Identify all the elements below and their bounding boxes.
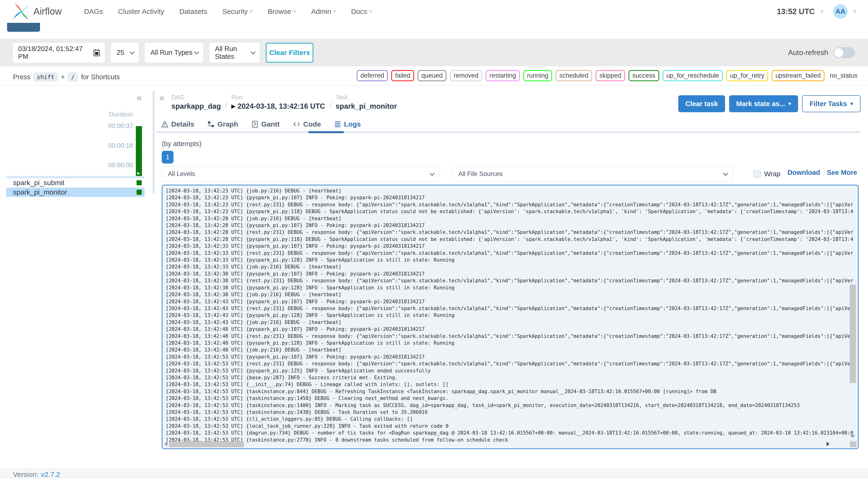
vertical-scrollbar-thumb[interactable]	[850, 285, 856, 383]
log-line: [2024-03-18, 13:42:53 UTC] {__init__.py:…	[166, 381, 858, 388]
tab-code[interactable]: Code	[293, 120, 321, 128]
avatar[interactable]: AA	[833, 4, 848, 19]
state-legend: deferred failed queued removed restartin…	[356, 70, 858, 81]
top-navbar: Airflow DAGs ▾ Cluster Activity ▾ Datase…	[0, 0, 868, 23]
page-size-value: 25	[117, 49, 124, 57]
expand-panel-button[interactable]: »	[159, 92, 164, 103]
task-success-square[interactable]	[136, 180, 142, 185]
see-more-link[interactable]: See More	[827, 169, 857, 177]
panel-resize-handle[interactable]	[153, 91, 155, 194]
state-badge[interactable]: running	[523, 70, 552, 81]
log-line: [2024-03-18, 13:42:23 UTC] {rest.py:231}…	[166, 201, 858, 208]
graph-icon	[208, 121, 214, 128]
chevron-down-icon	[251, 50, 256, 54]
state-badge[interactable]: removed	[450, 70, 482, 81]
nav-menu-item[interactable]: DAGs ▾	[84, 7, 103, 15]
page-size-select[interactable]: 25	[111, 43, 139, 63]
scroll-left-arrow-icon[interactable]	[164, 442, 167, 446]
footer: Version: v2.7.2	[0, 468, 868, 479]
state-badge[interactable]: up_for_retry	[726, 70, 768, 81]
nav-menu-item[interactable]: Browse ▾	[268, 7, 296, 15]
wrap-checkbox[interactable]	[753, 170, 761, 178]
run-types-select[interactable]: All Run Types	[145, 43, 203, 63]
state-badge[interactable]: skipped	[596, 70, 625, 81]
wrap-label: Wrap	[764, 170, 780, 178]
dag-label: DAG	[172, 94, 221, 102]
filter-tasks-button[interactable]: Filter Tasks ▾	[802, 95, 861, 112]
mark-state-button[interactable]: Mark state as... ▾	[729, 95, 798, 112]
tab-gantt-label: Gantt	[261, 120, 280, 128]
state-badge[interactable]: deferred	[356, 70, 388, 81]
brand-name: Airflow	[33, 6, 62, 17]
breadcrumb-task: Task spark_pi_monitor	[336, 94, 397, 110]
log-line: [2024-03-18, 13:42:38 UTC] {job.py:216} …	[166, 291, 858, 298]
tab-details[interactable]: Details	[161, 120, 194, 128]
log-line: [2024-03-18, 13:42:53 UTC] {cli_action_l…	[166, 416, 858, 422]
horizontal-scrollbar-thumb[interactable]	[169, 441, 244, 447]
run-states-select[interactable]: All Run States	[209, 43, 260, 63]
task-success-square[interactable]	[136, 190, 142, 195]
run-value-group[interactable]: ▶ 2024-03-18, 13:42:16 UTC	[231, 102, 325, 110]
by-attempts-label: (by attempts)	[162, 140, 202, 148]
log-line: [2024-03-18, 13:42:53 UTC] {taskinstance…	[166, 395, 858, 402]
state-badge[interactable]: scheduled	[556, 70, 592, 81]
state-badges: deferred failed queued removed restartin…	[356, 70, 825, 81]
chevron-down-icon	[130, 50, 135, 54]
log-line: [2024-03-18, 13:42:48 UTC] {rest.py:231}…	[166, 333, 858, 340]
state-badge[interactable]: upstream_failed	[772, 70, 825, 81]
log-levels-select[interactable]: All Levels	[162, 166, 440, 182]
task-action-buttons: Clear task Mark state as... ▾ Filter Tas…	[678, 95, 861, 112]
task-value[interactable]: spark_pi_monitor	[336, 102, 397, 110]
nav-menu-item[interactable]: Docs ▾	[351, 7, 372, 15]
task-row[interactable]: spark_pi_submit	[6, 178, 145, 188]
collapse-sidebar-button[interactable]: «	[136, 92, 142, 103]
chevron-down-icon: ▾	[369, 8, 372, 14]
state-badge[interactable]: success	[628, 70, 659, 81]
duration-axis-title: Duration	[86, 111, 133, 118]
tab-logs[interactable]: Logs	[334, 120, 361, 128]
task-row[interactable]: spark_pi_monitor	[6, 188, 145, 197]
date-value: 03/18/2024, 01:52:47 PM	[18, 45, 93, 60]
clear-task-button[interactable]: Clear task	[678, 95, 725, 112]
scroll-down-arrow-icon[interactable]	[850, 435, 855, 438]
log-line: [2024-03-18, 13:42:53 UTC] {rest.py:231}…	[166, 360, 858, 367]
download-link[interactable]: Download	[787, 169, 820, 177]
log-line: [2024-03-18, 13:42:53 UTC] {dagrun.py:73…	[166, 429, 858, 437]
log-line: [2024-03-18, 13:42:33 UTC] {pyspark_pi.p…	[166, 243, 858, 250]
clear-filters-button[interactable]: Clear Filters	[266, 43, 313, 63]
auto-refresh-toggle[interactable]	[833, 47, 855, 58]
warning-triangle-icon	[161, 121, 168, 128]
file-sources-select[interactable]: All File Sources	[452, 166, 733, 182]
scroll-right-arrow-icon[interactable]	[827, 442, 830, 446]
chevron-down-icon	[194, 50, 199, 54]
run-duration-bar[interactable]: ▶	[136, 126, 142, 176]
task-name: spark_pi_monitor	[13, 188, 67, 196]
toggle-knob	[834, 48, 843, 57]
airflow-brand[interactable]: Airflow	[12, 2, 62, 21]
state-badge[interactable]: queued	[417, 70, 446, 81]
detail-tabs: Details Graph Gantt Code	[161, 120, 361, 128]
state-badge[interactable]: up_for_reschedule	[663, 70, 723, 81]
shortcuts-suffix: for Shortcuts	[81, 73, 120, 81]
chevron-down-icon: ▾	[854, 8, 856, 15]
nav-menu-item[interactable]: Datasets ▾	[179, 7, 207, 15]
nav-menu-item[interactable]: Cluster Activity ▾	[118, 7, 164, 15]
nav-menu-item[interactable]: Admin ▾	[311, 7, 336, 15]
dag-value[interactable]: sparkapp_dag	[172, 102, 221, 110]
log-output-panel[interactable]: [2024-03-18, 13:42:23 UTC] {job.py:216} …	[162, 185, 859, 449]
tab-logs-label: Logs	[344, 120, 361, 128]
log-line: [2024-03-18, 13:42:53 UTC] {pyspark_pi.p…	[166, 368, 858, 374]
nav-menu-item[interactable]: Security ▾	[222, 7, 253, 15]
tab-graph[interactable]: Graph	[208, 120, 238, 128]
grid-header-strip	[6, 176, 145, 178]
breadcrumb-dag: DAG sparkapp_dag	[172, 94, 221, 110]
utc-clock[interactable]: 13:52 UTC	[777, 7, 815, 16]
state-badge[interactable]: restarting	[486, 70, 520, 81]
base-date-input[interactable]: 03/18/2024, 01:52:47 PM	[13, 43, 105, 63]
state-badge[interactable]: failed	[391, 70, 414, 81]
attempt-1-button[interactable]: 1	[162, 151, 174, 163]
file-sources-value: All File Sources	[458, 170, 503, 178]
version-link[interactable]: v2.7.2	[41, 471, 60, 479]
manual-trigger-icon: ▶	[231, 103, 236, 109]
tab-gantt[interactable]: Gantt	[251, 120, 280, 128]
